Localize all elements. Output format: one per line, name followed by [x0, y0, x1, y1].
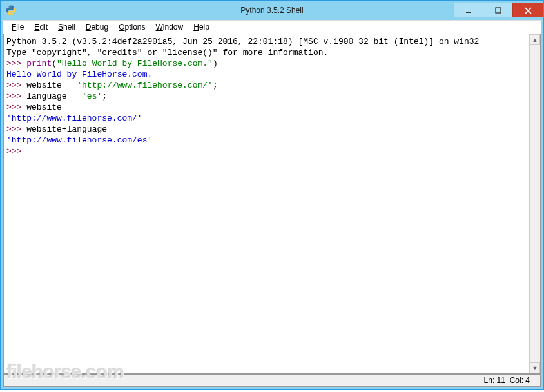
menu-debug[interactable]: Debug [81, 22, 113, 32]
app-window: Python 3.5.2 Shell File Edit Shell Debug… [0, 0, 544, 390]
menubar: File Edit Shell Debug Options Window Hel… [1, 20, 543, 34]
python-icon [6, 5, 16, 15]
scroll-up-button[interactable]: ▲ [530, 34, 540, 45]
status-ln-value: 11 [497, 376, 505, 385]
menu-options[interactable]: Options [114, 22, 150, 32]
menu-help[interactable]: Help [189, 22, 214, 32]
maximize-button[interactable] [483, 3, 512, 17]
menu-file[interactable]: File [7, 22, 28, 32]
client-area: Python 3.5.2 (v3.5.2:4def2a2901a5, Jun 2… [1, 34, 543, 389]
vertical-scrollbar[interactable]: ▲ ▼ [529, 34, 540, 373]
status-col-label: Col: [510, 376, 523, 385]
titlebar[interactable]: Python 3.5.2 Shell [1, 1, 543, 20]
svg-rect-0 [466, 12, 471, 13]
scroll-down-button[interactable]: ▼ [530, 362, 540, 373]
menu-window[interactable]: Window [151, 22, 188, 32]
svg-rect-1 [496, 8, 501, 13]
shell-text-area[interactable]: Python 3.5.2 (v3.5.2:4def2a2901a5, Jun 2… [4, 34, 529, 373]
status-col-value: 4 [525, 376, 530, 385]
minimize-button[interactable] [453, 3, 483, 17]
window-controls [453, 3, 543, 17]
editor-area: Python 3.5.2 (v3.5.2:4def2a2901a5, Jun 2… [3, 34, 541, 374]
close-button[interactable] [512, 3, 543, 17]
menu-shell[interactable]: Shell [53, 22, 80, 32]
menu-edit[interactable]: Edit [30, 22, 52, 32]
window-title: Python 3.5.2 Shell [240, 6, 303, 15]
status-ln-label: Ln: [484, 376, 495, 385]
statusbar: Ln: 11 Col: 4 [3, 374, 541, 387]
